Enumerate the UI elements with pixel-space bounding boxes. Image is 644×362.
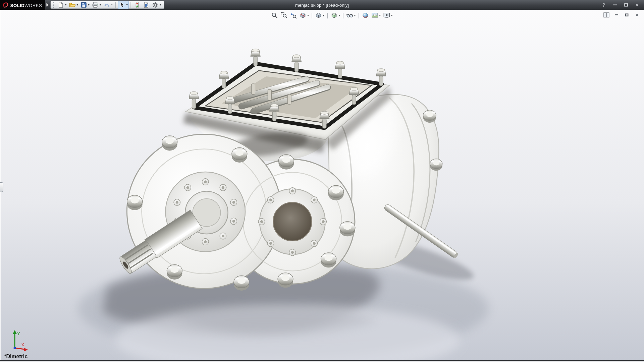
minimize-icon: [613, 4, 617, 5]
solidworks-logo: SOLIDWORKS: [0, 0, 45, 10]
view-orientation-dropdown[interactable]: ▾: [322, 14, 324, 17]
hud-separator: [327, 12, 328, 18]
help-button[interactable]: ?: [600, 2, 607, 8]
open-dropdown[interactable]: ▾: [76, 3, 78, 7]
new-document-dropdown[interactable]: ▾: [64, 3, 66, 7]
select-dropdown[interactable]: ▾: [126, 3, 128, 7]
y-axis-label: Y: [17, 331, 20, 336]
select-cursor-icon: [119, 2, 125, 8]
rebuild-button[interactable]: [133, 1, 141, 9]
window-title: menjac sklop * [Read-only]: [295, 0, 349, 10]
new-document-icon: [58, 2, 64, 8]
view-orientation-button[interactable]: ▾: [314, 11, 325, 20]
ds-logo-icon: [2, 2, 9, 8]
doc-close-button[interactable]: ×: [634, 12, 640, 18]
display-style-dropdown[interactable]: ▾: [338, 14, 340, 17]
doc-restore-icon: [625, 13, 629, 16]
save-button[interactable]: ▾: [80, 1, 91, 9]
previous-view-button[interactable]: [289, 11, 298, 20]
viewport-panes-icon: [603, 12, 609, 17]
hud-separator: [359, 12, 359, 18]
rebuild-stoplight-icon: [134, 2, 141, 8]
titlebar: SOLIDWORKS ▾ ▾: [0, 0, 644, 10]
undo-button[interactable]: ▾: [103, 1, 113, 9]
options-gear-icon: [152, 2, 159, 8]
featuremanager-collapsed-tab[interactable]: [0, 182, 3, 192]
solidworks-window: SOLIDWORKS ▾ ▾: [0, 0, 644, 362]
save-dropdown[interactable]: ▾: [88, 3, 90, 7]
restore-icon: [624, 3, 628, 7]
zoom-to-fit-button[interactable]: [270, 11, 279, 20]
hide-show-items-button[interactable]: ▾: [345, 11, 357, 20]
print-dropdown[interactable]: ▾: [99, 3, 101, 7]
graphics-area[interactable]: Y X: [0, 10, 644, 360]
hide-show-items-dropdown[interactable]: ▾: [354, 14, 356, 17]
toolbar-separator: [115, 2, 116, 8]
x-axis-label: X: [21, 343, 24, 347]
edit-appearance-sphere-icon: [362, 12, 369, 19]
hud-separator: [312, 12, 312, 18]
view-settings-icon: [383, 12, 390, 19]
print-button[interactable]: ▾: [91, 1, 102, 9]
close-button[interactable]: ×: [634, 2, 640, 8]
view-settings-dropdown[interactable]: ▾: [391, 14, 393, 17]
brand-text-light: WORKS: [24, 3, 42, 8]
minimize-button[interactable]: [611, 2, 618, 8]
main-toolbar: ▾ ▾ ▾: [51, 1, 164, 9]
menu-expand-arrow-icon[interactable]: [47, 3, 49, 7]
apply-scene-icon: [371, 12, 378, 19]
display-style-button[interactable]: ▾: [330, 11, 341, 20]
doc-restore-button[interactable]: [624, 12, 630, 18]
previous-view-icon: [290, 12, 297, 19]
section-view-button[interactable]: ▾: [299, 11, 310, 20]
toolbar-grip[interactable]: [53, 2, 54, 8]
print-icon: [92, 2, 99, 8]
options-button[interactable]: ▾: [151, 1, 162, 9]
status-bar: [0, 360, 644, 362]
model-scene[interactable]: Y X: [0, 10, 644, 360]
document-window-controls: ×: [603, 12, 640, 18]
doc-minimize-button[interactable]: [613, 12, 620, 18]
section-view-dropdown[interactable]: ▾: [307, 14, 309, 17]
file-properties-icon: [143, 2, 150, 8]
hud-separator: [343, 12, 343, 18]
undo-dropdown[interactable]: ▾: [111, 3, 113, 7]
options-dropdown[interactable]: ▾: [159, 3, 161, 7]
open-button[interactable]: ▾: [68, 1, 79, 9]
save-icon: [80, 2, 87, 8]
view-orientation-label: *Dimetric: [4, 353, 28, 359]
hide-show-glasses-icon: [346, 12, 353, 19]
new-document-button[interactable]: ▾: [57, 1, 67, 9]
doc-minimize-icon: [615, 14, 618, 15]
select-button[interactable]: ▾: [118, 1, 129, 9]
zoom-to-fit-icon: [271, 12, 278, 19]
restore-button[interactable]: [623, 2, 629, 8]
brand-text-bold: SOLID: [10, 3, 24, 8]
file-properties-button[interactable]: [142, 1, 150, 9]
open-folder-icon: [69, 2, 76, 8]
view-settings-button[interactable]: ▾: [382, 11, 393, 20]
zoom-to-area-icon: [280, 12, 287, 19]
zoom-to-area-button[interactable]: [280, 11, 288, 20]
doc-panes-button[interactable]: [603, 12, 610, 18]
window-controls: ? ×: [600, 2, 644, 8]
apply-scene-button[interactable]: ▾: [371, 11, 382, 20]
toolbar-separator: [131, 2, 131, 8]
z-axis-dot-icon: [13, 347, 16, 349]
edit-appearance-button[interactable]: [361, 11, 370, 20]
heads-up-toolbar: ▾ ▾ ▾: [270, 11, 393, 20]
section-view-icon: [300, 12, 307, 19]
view-orientation-cube-icon: [315, 12, 322, 19]
apply-scene-dropdown[interactable]: ▾: [379, 14, 381, 17]
display-style-icon: [331, 12, 338, 19]
undo-icon: [104, 2, 110, 8]
